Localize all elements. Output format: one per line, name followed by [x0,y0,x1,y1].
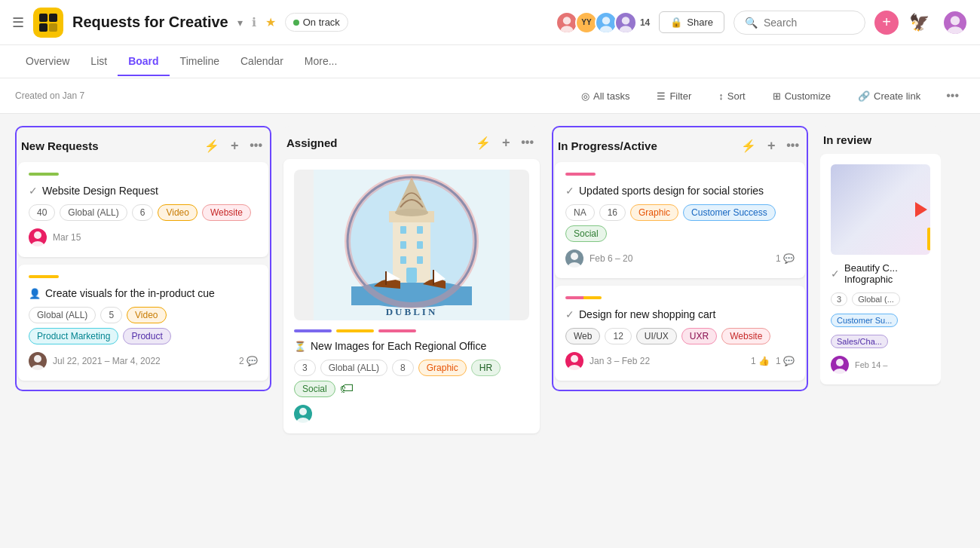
svg-rect-3 [49,23,57,32]
partial-card-image [831,164,930,255]
all-tasks-button[interactable]: ◎ All tasks [574,87,637,106]
column-new-requests: New Requests ⚡ + ••• ✓ Website Design Re… [15,126,271,391]
title-dropdown-icon[interactable]: ▾ [237,17,243,29]
svg-point-40 [568,262,581,268]
tab-more[interactable]: More... [294,47,348,76]
column-title-in-review: In review [823,133,938,146]
tag-website: Website [202,204,251,221]
add-button[interactable]: + [874,11,899,35]
card-date: Feb 6 – 20 [590,253,770,264]
svg-point-44 [833,369,847,374]
automation-icon-progress[interactable]: ⚡ [741,139,756,153]
hamburger-menu[interactable]: ☰ [12,14,24,31]
tab-calendar[interactable]: Calendar [230,47,294,76]
top-navigation: ☰ Requests for Creative ▾ ℹ ★ On track Y… [0,0,980,45]
card-visuals[interactable]: 👤 Create visuals for the in-product cue … [18,265,268,381]
card-footer: Feb 6 – 20 1 💬 [565,250,795,268]
card-website-design[interactable]: ✓ Website Design Request 40 Global (ALL)… [18,162,268,257]
tag-social: Social [565,225,607,242]
column-header-in-progress: In Progress/Active ⚡ + ••• [555,129,805,162]
share-label: Share [687,17,713,28]
tab-board[interactable]: Board [118,47,169,76]
svg-point-4 [563,17,571,24]
column-title-in-progress: In Progress/Active [558,139,735,152]
tabs-bar: Overview List Board Timeline Calendar Mo… [0,45,980,78]
svg-point-6 [602,17,610,24]
add-card-assigned[interactable]: + [497,133,515,152]
card-footer: Jul 22, 2021 – Mar 4, 2022 2 💬 [29,352,258,370]
tab-timeline[interactable]: Timeline [170,47,230,76]
card-date: Jan 3 – Feb 22 [590,356,745,366]
search-input[interactable] [764,17,854,29]
automation-icon-assigned[interactable]: ⚡ [476,136,491,150]
status-badge[interactable]: On track [285,13,348,32]
filter-button[interactable]: ☰ Filter [649,87,699,106]
column-options-new[interactable]: ••• [250,139,262,152]
svg-rect-2 [39,23,47,32]
tag-num: 6 [132,204,154,221]
card-title: 👤 Create visuals for the in-product cue [29,287,258,299]
card-date: Feb 14 – [855,360,930,369]
card-title-text: Beautify C... Infographic [844,262,930,285]
search-icon: 🔍 [745,17,758,29]
search-bar[interactable]: 🔍 [733,11,865,35]
svg-point-11 [947,26,963,35]
user-avatar[interactable] [942,10,968,35]
tag-social: Social [294,381,335,397]
card-shopping-cart[interactable]: ✓ Design for new shopping cart Web 12 UI… [555,286,805,381]
project-title: Requests for Creative [72,14,228,31]
column-header-new-requests: New Requests ⚡ + ••• [18,129,268,162]
check-icon: ✓ [831,268,840,280]
card-tags: Global (ALL) 5 Video Product Marketing P… [29,307,258,344]
tab-overview[interactable]: Overview [15,47,80,76]
card-title-text: Design for new shopping cart [579,308,715,320]
card-regional-office[interactable]: DUBLIN ⏳ New Images for Each Regional Of… [283,159,540,433]
column-options-progress[interactable]: ••• [786,139,799,152]
card-sports-design[interactable]: ✓ Updated sports design for social stori… [555,162,805,278]
star-icon[interactable]: ★ [265,15,276,29]
customize-button[interactable]: ⊞ Customize [765,87,838,106]
tag-count: 40 [29,204,55,221]
automation-icon-new[interactable]: ⚡ [204,139,219,153]
tab-list[interactable]: List [80,47,118,76]
card-tags: 40 Global (ALL) 6 Video Website [29,204,258,221]
svg-rect-26 [400,241,406,249]
column-in-review: In review ✓ Beautify C... Infographic 3 … [820,126,941,392]
svg-point-15 [31,365,44,370]
svg-rect-31 [385,271,387,285]
sort-button[interactable]: ↕ Sort [711,87,752,106]
card-tags: NA 16 Graphic Customer Success Social [565,204,795,242]
created-date: Created on Jan 7 [15,90,84,101]
avatar-group: YY 14 [556,11,650,34]
card-title-text: Updated sports design for social stories [579,185,764,197]
notification-icon[interactable]: 🦅 [908,11,930,34]
avatar-4[interactable] [614,11,637,34]
tag-product-marketing: Product Marketing [29,328,118,344]
add-card-progress[interactable]: + [762,136,780,155]
svg-point-42 [568,365,581,370]
svg-rect-30 [406,268,417,283]
card-title-text: Website Design Request [42,185,158,197]
tag-global: Global (ALL) [29,307,96,323]
create-link-button[interactable]: 🔗 Create link [850,87,928,106]
svg-rect-33 [433,270,434,285]
share-button[interactable]: 🔒 Share [659,11,724,33]
column-header-assigned: Assigned ⚡ + ••• [283,126,540,159]
card-footer: Feb 14 – [831,356,930,374]
svg-point-7 [599,26,612,34]
svg-point-5 [560,26,573,34]
svg-rect-1 [49,14,57,22]
add-card-new[interactable]: + [225,136,243,155]
more-options-button[interactable]: ••• [940,86,965,106]
card-date: Mar 15 [53,232,258,243]
column-options-assigned[interactable]: ••• [521,136,534,149]
info-icon[interactable]: ℹ [252,15,256,29]
svg-rect-28 [400,256,406,264]
filter-label: Filter [669,90,691,102]
card-title-text: Create visuals for the in-product cue [45,287,215,299]
column-in-progress: In Progress/Active ⚡ + ••• ✓ Updated spo… [552,126,808,391]
card-beautify[interactable]: ✓ Beautify C... Infographic 3 Global (..… [820,154,941,384]
lock-icon: 🔒 [670,17,682,28]
toolbar: Created on Jan 7 ◎ All tasks ☰ Filter ↕ … [0,78,980,114]
tag-num: 16 [599,204,626,221]
